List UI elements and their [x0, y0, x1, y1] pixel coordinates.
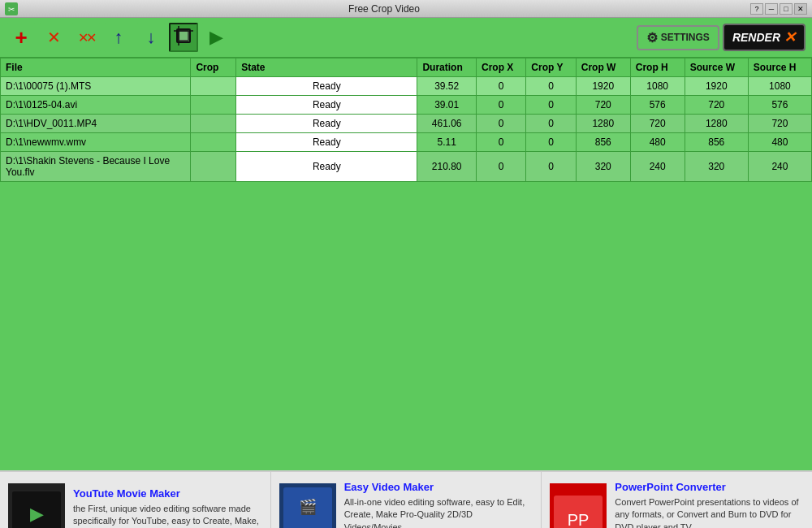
- data-cell: 39.01: [417, 96, 477, 115]
- data-cell: 0: [526, 77, 576, 96]
- data-cell: 856: [576, 133, 630, 152]
- data-cell: 461.06: [417, 115, 477, 133]
- title-bar: ✂ Free Crop Video ? ─ □ ✕: [0, 0, 812, 18]
- maximize-button[interactable]: □: [780, 3, 793, 15]
- ad-description: All-in-one video editing software, easy …: [344, 496, 533, 528]
- move-down-button[interactable]: ↓: [136, 23, 166, 52]
- data-cell: 0: [526, 133, 576, 152]
- table-row[interactable]: D:\1\HDV_0011.MP4Ready461.06001280720128…: [1, 115, 812, 133]
- data-cell: 0: [476, 152, 525, 182]
- file-list-area: File Crop State Duration Crop X Crop Y C…: [0, 58, 812, 470]
- render-label: RENDER: [732, 31, 780, 44]
- ad-item[interactable]: PP Converter PowerPoint ConverterConvert…: [542, 472, 812, 528]
- data-cell: 210.80: [417, 152, 477, 182]
- data-cell: 0: [476, 77, 525, 96]
- ad-bar: ▶ YouTube YouTute Movie Makerthe First, …: [0, 470, 812, 528]
- close-button[interactable]: ✕: [794, 3, 807, 15]
- move-down-icon: ↓: [147, 27, 156, 48]
- col-duration: Duration: [417, 58, 477, 77]
- data-cell: 720: [748, 115, 811, 133]
- delete-all-icon: ✕✕: [78, 30, 94, 45]
- svg-text:🎬: 🎬: [299, 498, 317, 516]
- ad-item[interactable]: ▶ YouTube YouTute Movie Makerthe First, …: [0, 472, 271, 528]
- data-cell: 1280: [685, 115, 748, 133]
- col-crop-w: Crop W: [576, 58, 630, 77]
- col-crop: Crop: [191, 58, 236, 77]
- col-source-w: Source W: [685, 58, 748, 77]
- file-table: File Crop State Duration Crop X Crop Y C…: [0, 58, 812, 182]
- svg-rect-3: [179, 31, 188, 41]
- table-row[interactable]: D:\1\Shakin Stevens - Because I Love You…: [1, 152, 812, 182]
- data-cell: 856: [685, 133, 748, 152]
- state-cell: Ready: [236, 77, 417, 96]
- play-icon: ▶: [209, 27, 223, 48]
- play-render-button[interactable]: ▶: [201, 23, 231, 52]
- data-cell: 1280: [576, 115, 630, 133]
- data-cell: 320: [576, 152, 630, 182]
- help-button[interactable]: ?: [750, 3, 763, 15]
- data-cell: 0: [526, 152, 576, 182]
- settings-label: SETTINGS: [661, 32, 710, 43]
- data-cell: 720: [576, 96, 630, 115]
- file-cell: D:\1\newwmv.wmv: [1, 133, 191, 152]
- svg-text:PP: PP: [568, 511, 590, 528]
- col-crop-x: Crop X: [476, 58, 525, 77]
- data-cell: 1080: [748, 77, 811, 96]
- data-cell: 1080: [630, 77, 685, 96]
- ad-item[interactable]: 🎬 Easy Video Maker Easy Video MakerAll-i…: [271, 472, 542, 528]
- render-logo-icon: ✕: [784, 28, 796, 46]
- svg-text:✂: ✂: [8, 5, 15, 14]
- title-bar-left: ✂: [5, 2, 18, 15]
- data-cell: [191, 115, 236, 133]
- col-crop-y: Crop Y: [526, 58, 576, 77]
- data-cell: 0: [526, 115, 576, 133]
- gear-icon: ⚙: [646, 30, 658, 45]
- ad-thumbnail: 🎬 Easy Video Maker: [279, 483, 336, 528]
- data-cell: 5.11: [417, 133, 477, 152]
- col-source-h: Source H: [748, 58, 811, 77]
- table-row[interactable]: D:\1\00075 (1).MTSReady39.52001920108019…: [1, 77, 812, 96]
- window-controls[interactable]: ? ─ □ ✕: [750, 3, 807, 15]
- data-cell: 39.52: [417, 77, 477, 96]
- delete-button[interactable]: ✕: [39, 23, 68, 52]
- table-row[interactable]: D:\1\newwmv.wmvReady5.1100856480856480: [1, 133, 812, 152]
- ad-title[interactable]: Easy Video Maker: [344, 481, 533, 493]
- data-cell: 1920: [685, 77, 748, 96]
- ad-text: PowerPoint ConverterConvert PowerPoint p…: [615, 481, 804, 528]
- data-cell: 0: [476, 115, 525, 133]
- data-cell: 1920: [576, 77, 630, 96]
- app-icon: ✂: [5, 2, 18, 15]
- minimize-button[interactable]: ─: [765, 3, 778, 15]
- svg-text:▶: ▶: [30, 504, 44, 524]
- delete-all-button[interactable]: ✕✕: [71, 23, 101, 52]
- data-cell: 576: [748, 96, 811, 115]
- table-row[interactable]: D:\1\0125-04.aviReady39.0100720576720576: [1, 96, 812, 115]
- state-cell: Ready: [236, 115, 417, 133]
- col-state: State: [236, 58, 417, 77]
- data-cell: 480: [748, 133, 811, 152]
- move-up-button[interactable]: ↑: [104, 23, 133, 52]
- file-cell: D:\1\HDV_0011.MP4: [1, 115, 191, 133]
- col-file: File: [1, 58, 191, 77]
- add-button[interactable]: +: [6, 23, 36, 52]
- settings-button[interactable]: ⚙ SETTINGS: [637, 25, 719, 50]
- ad-title[interactable]: PowerPoint Converter: [615, 481, 804, 493]
- data-cell: 0: [526, 96, 576, 115]
- state-cell: Ready: [236, 96, 417, 115]
- ad-thumbnail: PP Converter: [550, 483, 607, 528]
- toolbar: + ✕ ✕✕ ↑ ↓ ▶ ⚙ SETTINGS RENDER ✕: [0, 18, 812, 58]
- render-button[interactable]: RENDER ✕: [723, 24, 806, 51]
- ad-thumbnail: ▶ YouTube: [8, 483, 65, 528]
- data-cell: 720: [685, 96, 748, 115]
- data-cell: [191, 96, 236, 115]
- ad-description: the First, unique video editing software…: [73, 503, 262, 528]
- move-up-icon: ↑: [114, 27, 123, 48]
- app-title: Free Crop Video: [348, 3, 420, 15]
- data-cell: 480: [630, 133, 685, 152]
- data-cell: 240: [748, 152, 811, 182]
- crop-button[interactable]: [169, 23, 198, 52]
- ad-title[interactable]: YouTute Movie Maker: [73, 487, 262, 500]
- state-cell: Ready: [236, 133, 417, 152]
- col-crop-h: Crop H: [630, 58, 685, 77]
- crop-icon: [174, 26, 193, 49]
